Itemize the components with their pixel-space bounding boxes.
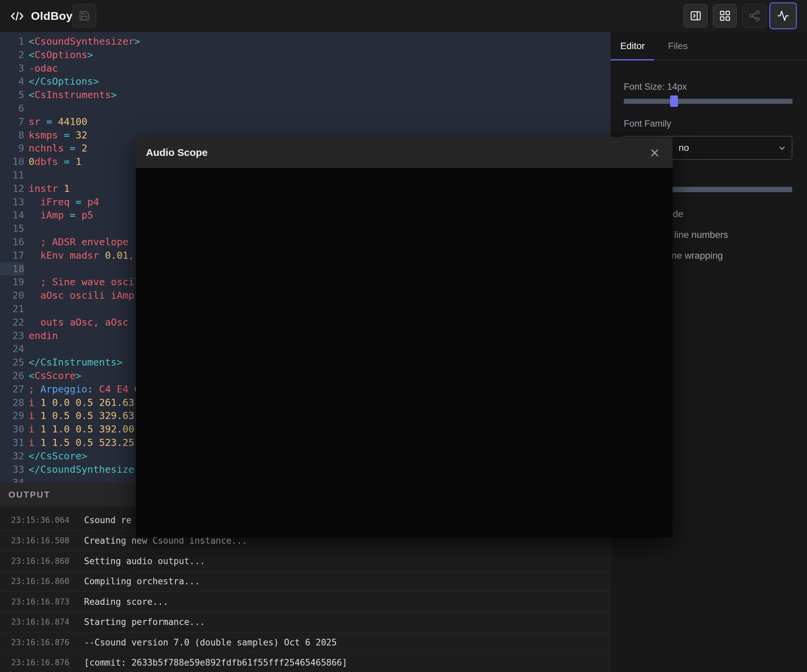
log-timestamp: 23:16:16.508 bbox=[11, 536, 84, 545]
code-line[interactable]: 4</CsOptions> bbox=[0, 75, 610, 88]
line-number: 4 bbox=[0, 75, 24, 88]
audio-scope-modal-header: Audio Scope bbox=[136, 137, 672, 168]
code-text: i 1 1.0 0.5 392.00 bbox=[28, 423, 134, 436]
line-number: 21 bbox=[0, 303, 24, 316]
font-size-slider-thumb[interactable] bbox=[670, 95, 678, 107]
log-row: 23:16:16.860Compiling orchestra... bbox=[0, 571, 610, 592]
code-line[interactable]: 5<CsInstruments> bbox=[0, 88, 610, 102]
line-number: 30 bbox=[0, 423, 24, 436]
line-number: 5 bbox=[0, 88, 24, 102]
tab-editor[interactable]: Editor bbox=[611, 32, 654, 60]
line-number: 11 bbox=[0, 169, 24, 182]
log-message: Setting audio output... bbox=[84, 556, 205, 566]
log-message: Reading score... bbox=[84, 597, 168, 607]
toggle-label-fragment-line-wrapping[interactable]: ine wrapping bbox=[669, 250, 723, 261]
code-text: sr = 44100 bbox=[28, 115, 88, 129]
line-number: 25 bbox=[0, 356, 24, 369]
log-row: 23:16:16.873Reading score... bbox=[0, 591, 610, 612]
layout-button[interactable] bbox=[713, 4, 737, 28]
code-text: <CsOptions> bbox=[28, 48, 93, 62]
line-number: 18 bbox=[0, 262, 24, 276]
log-message: Starting performance... bbox=[84, 617, 205, 627]
log-row: 23:16:16.876--Csound version 7.0 (double… bbox=[0, 632, 610, 652]
line-number: 6 bbox=[0, 102, 24, 115]
line-number: 14 bbox=[0, 209, 24, 222]
line-number: 24 bbox=[0, 343, 24, 356]
code-text: </CsOptions> bbox=[28, 75, 99, 88]
code-line[interactable]: 1<CsoundSynthesizer> bbox=[0, 35, 610, 48]
log-timestamp: 23:16:16.860 bbox=[11, 577, 84, 586]
line-number: 3 bbox=[0, 62, 24, 75]
line-number: 2 bbox=[0, 48, 24, 62]
line-number: 22 bbox=[0, 316, 24, 329]
log-row: 23:16:16.876[commit: 2633b5f788e59e892fd… bbox=[0, 652, 610, 672]
code-text: -odac bbox=[28, 62, 58, 75]
line-number: 19 bbox=[0, 276, 24, 289]
line-number: 16 bbox=[0, 235, 24, 249]
modal-close-button[interactable] bbox=[649, 147, 661, 159]
code-text: nchnls = 2 bbox=[28, 142, 88, 155]
font-size-slider[interactable] bbox=[624, 99, 792, 104]
line-number: 26 bbox=[0, 369, 24, 383]
line-number: 12 bbox=[0, 182, 24, 195]
line-number: 10 bbox=[0, 155, 24, 169]
line-number: 9 bbox=[0, 142, 24, 155]
line-number: 29 bbox=[0, 409, 24, 423]
save-button[interactable] bbox=[72, 4, 96, 28]
toggle-panel-button[interactable] bbox=[684, 4, 707, 28]
line-number: 15 bbox=[0, 222, 24, 235]
line-number: 7 bbox=[0, 115, 24, 129]
log-timestamp: 23:16:16.876 bbox=[11, 658, 84, 667]
layout-grid-icon bbox=[719, 10, 731, 22]
code-text: </CsoundSynthesizer bbox=[28, 463, 140, 477]
line-number: 8 bbox=[0, 129, 24, 142]
font-family-value: no bbox=[679, 136, 689, 159]
code-text: i 1 0.5 0.5 329.63 bbox=[28, 409, 134, 423]
toggle-label-fragment-mode[interactable]: de bbox=[673, 209, 683, 219]
code-line[interactable]: 3-odac bbox=[0, 62, 610, 75]
code-logo-icon bbox=[10, 9, 24, 23]
code-text: </CsScore> bbox=[28, 450, 88, 463]
log-timestamp: 23:16:16.873 bbox=[11, 597, 84, 606]
panel-right-icon bbox=[690, 10, 702, 22]
code-text: endin bbox=[28, 329, 58, 343]
topbar: OldBoy bbox=[0, 0, 807, 32]
log-message: Compiling orchestra... bbox=[84, 576, 200, 586]
line-number: 27 bbox=[0, 383, 24, 396]
code-text: kEnv madsr 0.01, bbox=[28, 249, 134, 262]
code-line[interactable]: 7sr = 44100 bbox=[0, 115, 610, 129]
log-message: [commit: 2633b5f788e59e892fdfb61f55fff25… bbox=[84, 657, 347, 668]
share-icon bbox=[749, 10, 761, 22]
code-text: aOsc oscili iAmp bbox=[28, 289, 134, 303]
log-timestamp: 23:15:36.064 bbox=[11, 515, 84, 525]
line-number: 1 bbox=[0, 35, 24, 48]
line-number: 20 bbox=[0, 289, 24, 303]
output-title: OUTPUT bbox=[8, 490, 50, 500]
audio-scope-button[interactable] bbox=[769, 2, 797, 29]
log-message: Csound re bbox=[84, 515, 131, 525]
code-line[interactable]: 6 bbox=[0, 102, 610, 115]
code-text: </CsInstruments> bbox=[28, 356, 122, 369]
code-text: iFreq = p4 bbox=[28, 195, 99, 209]
log-row: 23:16:16.860Setting audio output... bbox=[0, 551, 610, 571]
code-text: 0dbfs = 1 bbox=[28, 155, 81, 169]
line-number: 17 bbox=[0, 249, 24, 262]
audio-scope-canvas bbox=[136, 168, 672, 537]
code-text: <CsoundSynthesizer> bbox=[28, 35, 140, 48]
line-number: 13 bbox=[0, 195, 24, 209]
code-text: ksmps = 32 bbox=[28, 129, 88, 142]
line-number: 33 bbox=[0, 463, 24, 477]
log-timestamp: 23:16:16.874 bbox=[11, 617, 84, 627]
code-line[interactable]: 2<CsOptions> bbox=[0, 48, 610, 62]
activity-icon bbox=[777, 10, 789, 22]
log-row: 23:16:16.874Starting performance... bbox=[0, 612, 610, 632]
sidebar-tabs: Editor Files bbox=[611, 32, 807, 60]
code-text: ; Sine wave oscil bbox=[28, 276, 140, 289]
code-text: i 1 0.0 0.5 261.63 bbox=[28, 396, 134, 410]
tab-files[interactable]: Files bbox=[654, 32, 701, 60]
share-button[interactable] bbox=[742, 4, 766, 28]
toggle-label-fragment-line-numbers[interactable]: line numbers bbox=[674, 230, 728, 240]
line-number: 32 bbox=[0, 450, 24, 463]
app-title: OldBoy bbox=[31, 0, 73, 32]
code-text: iAmp = p5 bbox=[28, 209, 93, 222]
